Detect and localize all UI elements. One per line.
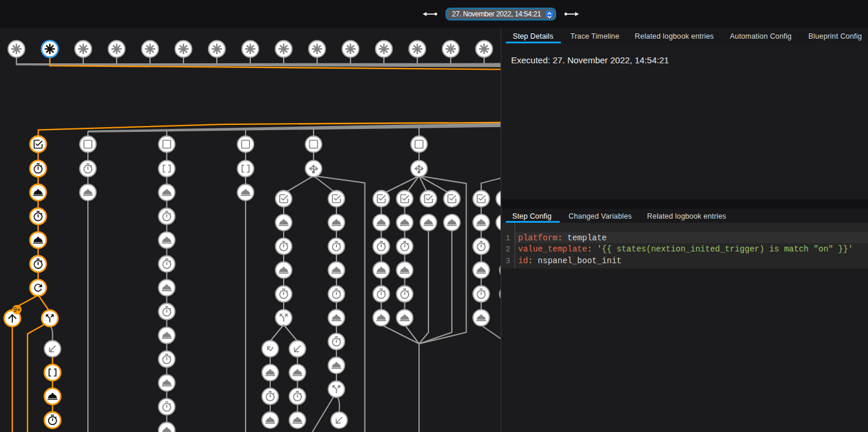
- svg-text:9+: 9+: [13, 306, 21, 313]
